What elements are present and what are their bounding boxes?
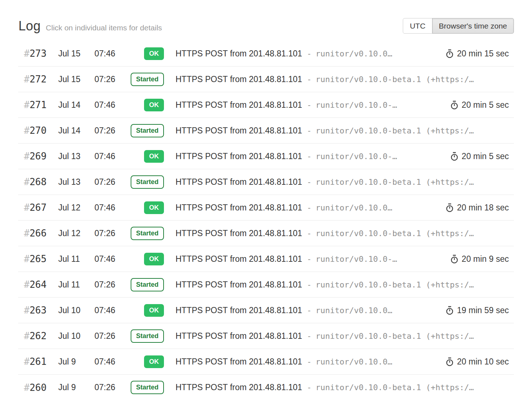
user-agent: runitor/v0.10.0… bbox=[316, 49, 392, 58]
event-date: Jul 15 bbox=[58, 49, 94, 59]
log-row[interactable]: #260 Jul 9 07:26 Started HTTPS POST from… bbox=[18, 375, 514, 400]
separator-dash: - bbox=[307, 152, 312, 161]
separator-dash: - bbox=[307, 203, 312, 212]
event-description: HTTPS POST from 201.48.81.101 - runitor/… bbox=[176, 203, 440, 213]
event-time: 07:46 bbox=[94, 49, 128, 59]
log-row[interactable]: #268 Jul 13 07:26 Started HTTPS POST fro… bbox=[18, 169, 514, 195]
status-badge-cell: OK bbox=[128, 355, 164, 368]
event-number-value: 268 bbox=[30, 176, 47, 187]
event-number: #273 bbox=[18, 48, 58, 59]
event-time: 07:46 bbox=[94, 152, 128, 161]
log-page: Log Click on individual items for detail… bbox=[0, 0, 532, 418]
request-source: HTTPS POST from 201.48.81.101 bbox=[176, 229, 302, 238]
event-number-value: 262 bbox=[30, 330, 47, 341]
hash-prefix: # bbox=[24, 125, 30, 136]
status-badge: OK bbox=[144, 253, 164, 265]
duration: 20 min 10 sec bbox=[446, 357, 509, 367]
request-source: HTTPS POST from 201.48.81.101 bbox=[176, 203, 302, 213]
log-row[interactable]: #266 Jul 12 07:26 Started HTTPS POST fro… bbox=[18, 221, 514, 246]
event-time: 07:26 bbox=[94, 126, 128, 136]
log-row[interactable]: #269 Jul 13 07:46 OK HTTPS POST from 201… bbox=[18, 144, 514, 169]
hash-prefix: # bbox=[24, 382, 30, 393]
log-row[interactable]: #263 Jul 10 07:46 OK HTTPS POST from 201… bbox=[18, 298, 514, 323]
status-badge: OK bbox=[144, 304, 164, 317]
log-row[interactable]: #264 Jul 11 07:26 Started HTTPS POST fro… bbox=[18, 272, 514, 298]
log-row[interactable]: #267 Jul 12 07:46 OK HTTPS POST from 201… bbox=[18, 195, 514, 221]
status-badge: Started bbox=[131, 381, 164, 394]
user-agent: runitor/v0.10.0-beta.1 (+https:/… bbox=[316, 126, 474, 135]
page-title: Log bbox=[18, 18, 41, 34]
event-description: HTTPS POST from 201.48.81.101 - runitor/… bbox=[176, 331, 509, 341]
log-row[interactable]: #270 Jul 14 07:26 Started HTTPS POST fro… bbox=[18, 118, 514, 144]
event-number: #269 bbox=[18, 151, 58, 162]
status-badge: Started bbox=[131, 124, 164, 137]
event-number: #265 bbox=[18, 253, 58, 264]
hash-prefix: # bbox=[24, 279, 30, 290]
event-date: Jul 14 bbox=[58, 100, 94, 110]
event-description: HTTPS POST from 201.48.81.101 - runitor/… bbox=[176, 74, 509, 84]
event-date: Jul 12 bbox=[58, 203, 94, 213]
status-badge-cell: OK bbox=[128, 99, 164, 111]
utc-button[interactable]: UTC bbox=[403, 18, 432, 34]
event-description: HTTPS POST from 201.48.81.101 - runitor/… bbox=[176, 383, 509, 392]
status-badge-cell: OK bbox=[128, 304, 164, 317]
request-source: HTTPS POST from 201.48.81.101 bbox=[176, 177, 302, 187]
user-agent: runitor/v0.10.0-… bbox=[316, 101, 397, 110]
log-row[interactable]: #261 Jul 9 07:46 OK HTTPS POST from 201.… bbox=[18, 349, 514, 375]
event-description: HTTPS POST from 201.48.81.101 - runitor/… bbox=[176, 100, 445, 110]
status-badge: Started bbox=[131, 73, 164, 86]
stopwatch-icon bbox=[450, 255, 459, 264]
event-number-value: 266 bbox=[30, 228, 47, 239]
event-date: Jul 9 bbox=[58, 357, 94, 367]
page-header: Log Click on individual items for detail… bbox=[18, 18, 514, 34]
event-date: Jul 10 bbox=[58, 306, 94, 315]
status-badge: Started bbox=[131, 278, 164, 291]
user-agent: runitor/v0.10.0-beta.1 (+https:/… bbox=[316, 75, 474, 84]
duration: 20 min 15 sec bbox=[446, 49, 509, 59]
event-number-value: 271 bbox=[30, 99, 47, 110]
event-description: HTTPS POST from 201.48.81.101 - runitor/… bbox=[176, 126, 509, 136]
status-badge: OK bbox=[144, 47, 164, 60]
log-row[interactable]: #262 Jul 10 07:26 Started HTTPS POST fro… bbox=[18, 323, 514, 349]
log-row[interactable]: #271 Jul 14 07:46 OK HTTPS POST from 201… bbox=[18, 92, 514, 118]
event-date: Jul 10 bbox=[58, 331, 94, 341]
user-agent: runitor/v0.10.0-beta.1 (+https:/… bbox=[316, 229, 474, 238]
request-source: HTTPS POST from 201.48.81.101 bbox=[176, 383, 302, 392]
status-badge-cell: Started bbox=[128, 227, 164, 240]
stopwatch-icon bbox=[446, 49, 454, 58]
status-badge: Started bbox=[131, 175, 164, 189]
stopwatch-icon bbox=[446, 306, 454, 315]
event-time: 07:26 bbox=[94, 331, 128, 341]
hash-prefix: # bbox=[24, 99, 30, 110]
event-time: 07:26 bbox=[94, 280, 128, 290]
hash-prefix: # bbox=[24, 48, 30, 59]
event-time: 07:46 bbox=[94, 357, 128, 367]
status-badge-cell: Started bbox=[128, 175, 164, 189]
page-subtitle: Click on individual items for details bbox=[46, 24, 162, 32]
event-time: 07:46 bbox=[94, 203, 128, 213]
request-source: HTTPS POST from 201.48.81.101 bbox=[176, 49, 302, 59]
status-badge-cell: Started bbox=[128, 73, 164, 86]
browser-timezone-button[interactable]: Browser's time zone bbox=[432, 18, 514, 34]
status-badge-cell: Started bbox=[128, 278, 164, 291]
event-number-value: 263 bbox=[30, 305, 47, 316]
duration: 20 min 9 sec bbox=[450, 254, 509, 264]
duration: 20 min 5 sec bbox=[450, 100, 509, 110]
log-row[interactable]: #272 Jul 15 07:26 Started HTTPS POST fro… bbox=[18, 67, 514, 92]
separator-dash: - bbox=[307, 126, 312, 135]
event-time: 07:26 bbox=[94, 229, 128, 238]
log-row[interactable]: #273 Jul 15 07:46 OK HTTPS POST from 201… bbox=[18, 41, 514, 67]
event-number-value: 260 bbox=[30, 382, 47, 393]
log-row[interactable]: #265 Jul 11 07:46 OK HTTPS POST from 201… bbox=[18, 246, 514, 272]
event-number: #271 bbox=[18, 99, 58, 110]
request-source: HTTPS POST from 201.48.81.101 bbox=[176, 280, 302, 290]
event-number: #261 bbox=[18, 356, 58, 367]
event-number-value: 261 bbox=[30, 356, 47, 367]
separator-dash: - bbox=[307, 75, 312, 84]
event-time: 07:46 bbox=[94, 306, 128, 315]
hash-prefix: # bbox=[24, 176, 30, 187]
request-source: HTTPS POST from 201.48.81.101 bbox=[176, 74, 302, 84]
hash-prefix: # bbox=[24, 202, 30, 213]
event-time: 07:26 bbox=[94, 74, 128, 84]
event-number-value: 270 bbox=[30, 125, 47, 136]
